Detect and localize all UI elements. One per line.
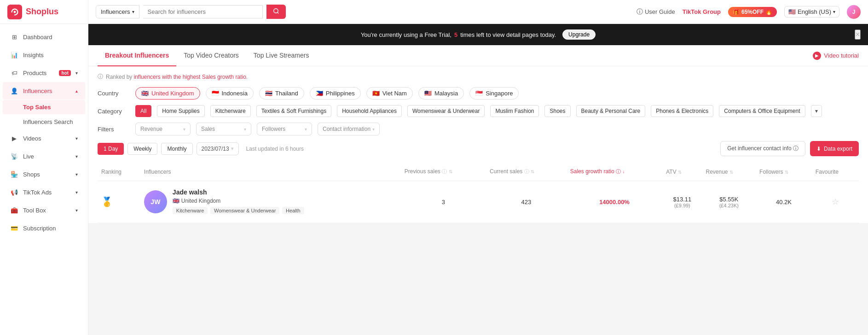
- sales-filter[interactable]: Sales ▾: [196, 123, 251, 135]
- banner-close-button[interactable]: ×: [855, 29, 861, 40]
- banner-text-suffix: times left to view detail pages today.: [460, 31, 556, 38]
- language-selector[interactable]: 🇺🇸 English (US) ▾: [784, 6, 839, 18]
- category-btn-kitchen[interactable]: Kitchenware: [210, 105, 251, 117]
- svg-line-3: [277, 12, 278, 14]
- tiktok-group-button[interactable]: TikTok Group: [683, 8, 721, 15]
- banner-text-prefix: You're currently using a Free Trial,: [361, 31, 451, 38]
- rank-gold-icon: 🥇: [101, 197, 113, 207]
- col-influencers: Influencers: [140, 163, 401, 181]
- sort-icon-followers[interactable]: ⇅: [785, 170, 788, 175]
- sidebar-item-influencers[interactable]: 👤 Influencers ▴: [3, 82, 85, 100]
- country-btn-id[interactable]: 🇮🇩 Indonesia: [206, 87, 254, 100]
- cell-current-sales: 423: [486, 181, 567, 223]
- search-input[interactable]: [143, 5, 263, 18]
- followers-filter[interactable]: Followers ▾: [257, 123, 312, 135]
- flag-icon: 🇺🇸: [788, 8, 796, 15]
- cell-favourite: ☆: [812, 181, 859, 223]
- influencer-avatar[interactable]: JW: [144, 190, 167, 213]
- id-label: Indonesia: [222, 90, 248, 97]
- sidebar-item-shops[interactable]: 🏪 Shops ▾: [3, 165, 85, 183]
- rank-info-link[interactable]: influencers with the highest Sales growt…: [134, 74, 246, 80]
- nav-label-dashboard: Dashboard: [23, 34, 78, 41]
- sub-label-top-sales: Top Sales: [23, 104, 51, 111]
- user-icon: 👤: [10, 87, 18, 95]
- dropdown-chevron-icon: ▾: [132, 9, 134, 14]
- sg-flag: 🇸🇬: [475, 90, 483, 97]
- sort-icon-prev-sales[interactable]: ⇅: [449, 169, 452, 174]
- country-btn-my[interactable]: 🇲🇾 Malaysia: [418, 87, 464, 100]
- category-btn-all[interactable]: All: [135, 105, 151, 117]
- period-btn-monthly[interactable]: Monthly: [161, 143, 192, 155]
- col-sales-growth: Sales growth ratio ⓘ ↓: [567, 163, 662, 181]
- lang-chevron-icon: ▾: [833, 9, 835, 14]
- gift-icon: 🎁: [733, 9, 740, 15]
- period-btn-weekly[interactable]: Weekly: [127, 143, 157, 155]
- tab-top-live-streamers[interactable]: Top Live Streamers: [246, 45, 317, 66]
- content-area: Breakout Influencers Top Video Creators …: [88, 45, 868, 223]
- country-btn-ph[interactable]: 🇵🇭 Philippines: [310, 87, 361, 100]
- get-contact-info-button[interactable]: Get influencer contact info ⓘ: [720, 141, 805, 156]
- sidebar-item-toolbox[interactable]: 🧰 Tool Box ▾: [3, 201, 85, 219]
- period-btn-1day[interactable]: 1 Day: [98, 143, 124, 155]
- category-btn-textiles[interactable]: Textiles & Soft Furnishings: [256, 105, 331, 117]
- influencer-details: Jade walsh 🇬🇧 United Kingdom Kitchenware: [173, 188, 305, 215]
- data-export-button[interactable]: ⬇ Data export: [810, 141, 859, 156]
- sidebar-item-subscription[interactable]: 💳 Subscription: [3, 219, 85, 237]
- atv-sub: (£9.99): [666, 203, 698, 208]
- country-btn-th[interactable]: 🇹🇭 Thailand: [259, 87, 304, 100]
- category-btn-home[interactable]: Home Supplies: [157, 105, 204, 117]
- sort-icon-revenue[interactable]: ⇅: [729, 170, 733, 175]
- category-filter-row: Category All Home Supplies Kitchenware T…: [98, 105, 859, 117]
- sidebar-item-videos[interactable]: ▶ Videos ▾: [3, 129, 85, 147]
- cell-atv: $13.11 (£9.99): [662, 181, 702, 223]
- contact-filter[interactable]: Contact information ▾: [318, 123, 380, 135]
- download-icon: ⬇: [816, 146, 821, 152]
- category-more-button[interactable]: ▾: [811, 105, 822, 117]
- avatar[interactable]: J: [847, 5, 861, 19]
- sidebar-item-live[interactable]: 📡 Live ▾: [3, 147, 85, 165]
- sidebar: Shoplus ⊞ Dashboard 📊 Insights 🏷 Product…: [0, 0, 88, 335]
- sidebar-item-tiktok-ads[interactable]: 📢 TikTok Ads ▾: [3, 183, 85, 201]
- category-btn-shoes[interactable]: Shoes: [544, 105, 570, 117]
- favourite-button[interactable]: ☆: [832, 197, 839, 207]
- influencer-name[interactable]: Jade walsh: [173, 188, 305, 196]
- language-label: English (US): [798, 8, 831, 15]
- category-btn-women[interactable]: Womenswear & Underwear: [407, 105, 485, 117]
- category-btn-phones[interactable]: Phones & Electronics: [651, 105, 713, 117]
- discount-badge[interactable]: 🎁 65%OFF 🔥: [728, 7, 777, 17]
- revenue-value: $5.55K: [706, 196, 752, 203]
- sort-icon-atv[interactable]: ⇅: [678, 170, 682, 175]
- banner-count: 5: [454, 31, 457, 38]
- sort-icon-curr-sales[interactable]: ⇅: [531, 169, 534, 174]
- country-btn-vn[interactable]: 🇻🇳 Viet Nam: [366, 87, 413, 100]
- cell-influencer: JW Jade walsh 🇬🇧 United Kingdom: [140, 181, 401, 223]
- sidebar-subitem-influencers-search[interactable]: Influencers Search: [3, 115, 85, 129]
- sidebar-subitem-top-sales[interactable]: Top Sales: [3, 100, 85, 114]
- date-picker[interactable]: 2023/07/13 ▾: [197, 142, 239, 155]
- country-btn-uk[interactable]: 🇬🇧 United Kingdom: [135, 87, 200, 100]
- search-dropdown[interactable]: Influencers ▾: [96, 5, 139, 18]
- upgrade-button[interactable]: Upgrade: [562, 29, 596, 40]
- col-followers: Followers ⇅: [756, 163, 812, 181]
- user-guide-button[interactable]: ⓘ User Guide: [637, 8, 675, 16]
- category-btn-beauty[interactable]: Beauty & Personal Care: [576, 105, 646, 117]
- category-filter-label: Category: [98, 108, 130, 115]
- cell-revenue: $5.55K (£4.23K): [702, 181, 756, 223]
- search-dropdown-label: Influencers: [101, 8, 130, 15]
- revenue-filter[interactable]: Revenue ▾: [135, 123, 191, 135]
- tab-breakout-influencers[interactable]: Breakout Influencers: [98, 45, 176, 66]
- category-btn-household[interactable]: Household Appliances: [337, 105, 402, 117]
- category-btn-computers[interactable]: Computers & Office Equipment: [719, 105, 805, 117]
- filters-section: ⓘ Ranked by influencers with the highest…: [88, 66, 868, 163]
- country-filter-label: Country: [98, 90, 130, 97]
- video-tutorial-button[interactable]: ▶ Video tutorial: [813, 52, 859, 60]
- search-button[interactable]: [266, 5, 286, 19]
- category-btn-muslim[interactable]: Muslim Fashion: [490, 105, 539, 117]
- country-btn-sg[interactable]: 🇸🇬 Singapore: [469, 87, 519, 100]
- cell-followers: 40.2K: [756, 181, 812, 223]
- sidebar-item-dashboard[interactable]: ⊞ Dashboard: [3, 28, 85, 46]
- sort-icon-growth[interactable]: ↓: [623, 169, 625, 174]
- sidebar-item-insights[interactable]: 📊 Insights: [3, 46, 85, 64]
- sidebar-item-products[interactable]: 🏷 Products hot ▾: [3, 64, 85, 82]
- tab-top-video-creators[interactable]: Top Video Creators: [176, 45, 246, 66]
